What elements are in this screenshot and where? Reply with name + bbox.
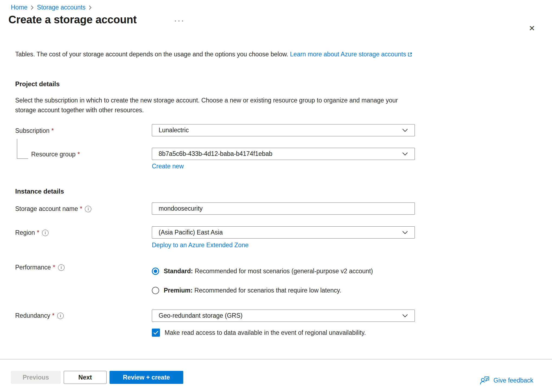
resource-group-value: 8b7a5c6b-433b-4d12-baba-b4174f1ebab: [159, 150, 272, 158]
storage-account-name-label: Storage account name * i: [15, 205, 91, 213]
subscription-dropdown[interactable]: Lunalectric: [152, 124, 415, 136]
subscription-label: Subscription *: [15, 127, 54, 134]
radio-option-name: Premium:: [164, 287, 192, 294]
chevron-down-icon: [402, 128, 408, 132]
info-icon[interactable]: i: [58, 264, 65, 271]
performance-option-standard[interactable]: Standard:Recommended for most scenarios …: [152, 268, 373, 275]
region-label: Region * i: [15, 229, 49, 236]
resource-group-label: Resource group *: [31, 151, 80, 158]
tree-connector: [17, 139, 28, 159]
page-title: Create a storage account: [8, 14, 137, 26]
intro-description: Tables. The cost of your storage account…: [15, 51, 288, 58]
info-icon[interactable]: i: [42, 230, 49, 236]
radio-selected-icon[interactable]: [152, 268, 159, 275]
give-feedback-link[interactable]: Give feedback: [480, 376, 533, 385]
required-marker: *: [52, 127, 54, 134]
intro-text: Tables. The cost of your storage account…: [15, 49, 419, 59]
footer-divider: [0, 359, 552, 359]
learn-more-link[interactable]: Learn more about Azure storage accounts: [290, 51, 413, 58]
instance-details-heading: Instance details: [15, 188, 64, 195]
redundancy-value: Geo-redundant storage (GRS): [159, 312, 242, 319]
extended-zone-link[interactable]: Deploy to an Azure Extended Zone: [152, 242, 249, 249]
info-icon[interactable]: i: [57, 313, 64, 319]
radio-unselected-icon[interactable]: [152, 287, 159, 294]
breadcrumb-link-storage-accounts[interactable]: Storage accounts: [37, 4, 85, 11]
next-button[interactable]: Next: [64, 371, 107, 384]
region-dropdown[interactable]: (Asia Pacific) East Asia: [152, 226, 415, 239]
create-new-link[interactable]: Create new: [152, 163, 184, 170]
project-details-description: Select the subscription in which to crea…: [15, 95, 419, 115]
performance-option-premium[interactable]: Premium:Recommended for scenarios that r…: [152, 287, 341, 294]
chevron-down-icon: [402, 152, 408, 156]
redundancy-dropdown[interactable]: Geo-redundant storage (GRS): [152, 310, 415, 322]
previous-button[interactable]: Previous: [11, 371, 61, 384]
required-marker: *: [80, 205, 82, 213]
breadcrumb-link-home[interactable]: Home: [11, 4, 27, 11]
required-marker: *: [53, 264, 55, 271]
external-link-icon: [407, 52, 413, 57]
chevron-down-icon: [402, 314, 408, 317]
storage-account-name-field[interactable]: [152, 203, 415, 215]
storage-account-name-input[interactable]: [159, 205, 408, 212]
review-create-button[interactable]: Review + create: [110, 371, 183, 384]
checkbox-label: Make read access to data available in th…: [165, 329, 366, 336]
region-value: (Asia Pacific) East Asia: [159, 229, 223, 236]
radio-option-description: Recommended for scenarios that require l…: [194, 287, 341, 294]
performance-label: Performance * i: [15, 264, 65, 271]
radio-option-description: Recommended for most scenarios (general-…: [195, 268, 373, 275]
feedback-icon: [480, 376, 490, 385]
checkbox-checked-icon[interactable]: [152, 329, 160, 337]
required-marker: *: [52, 312, 54, 319]
resource-group-dropdown[interactable]: 8b7a5c6b-433b-4d12-baba-b4174f1ebab: [152, 148, 415, 160]
chevron-right-icon: [89, 5, 92, 10]
more-options-icon[interactable]: ···: [174, 16, 185, 25]
read-access-checkbox-row[interactable]: Make read access to data available in th…: [152, 329, 366, 337]
radio-option-name: Standard:: [164, 268, 193, 275]
project-details-heading: Project details: [15, 80, 60, 88]
breadcrumb: Home Storage accounts: [11, 4, 92, 11]
required-marker: *: [37, 229, 39, 236]
feedback-label: Give feedback: [493, 377, 533, 384]
close-icon[interactable]: ✕: [527, 23, 537, 34]
info-icon[interactable]: i: [85, 206, 91, 212]
required-marker: *: [78, 151, 80, 158]
subscription-value: Lunalectric: [159, 127, 189, 134]
chevron-right-icon: [31, 5, 34, 10]
redundancy-label: Redundancy * i: [15, 312, 64, 319]
chevron-down-icon: [402, 231, 408, 234]
